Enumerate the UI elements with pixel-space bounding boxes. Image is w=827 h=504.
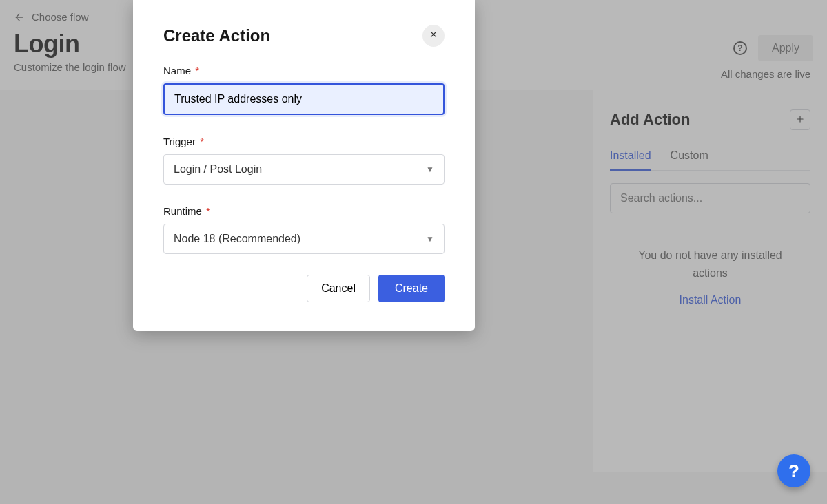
close-icon bbox=[429, 30, 438, 42]
create-button[interactable]: Create bbox=[378, 275, 445, 302]
trigger-value: Login / Post Login bbox=[174, 163, 262, 176]
question-icon: ? bbox=[788, 461, 799, 482]
runtime-field: Runtime * Node 18 (Recommended) ▼ bbox=[163, 205, 445, 254]
trigger-select[interactable]: Login / Post Login ▼ bbox=[163, 154, 445, 185]
name-label: Name * bbox=[163, 65, 445, 76]
chevron-down-icon: ▼ bbox=[426, 165, 434, 174]
chevron-down-icon: ▼ bbox=[426, 234, 434, 244]
close-button[interactable] bbox=[422, 25, 445, 47]
trigger-label: Trigger * bbox=[163, 136, 445, 147]
help-fab[interactable]: ? bbox=[777, 454, 810, 487]
required-mark: * bbox=[203, 205, 210, 217]
name-field: Name * bbox=[163, 65, 445, 115]
required-mark: * bbox=[197, 136, 204, 147]
modal-title: Create Action bbox=[163, 26, 270, 45]
trigger-field: Trigger * Login / Post Login ▼ bbox=[163, 136, 445, 185]
runtime-value: Node 18 (Recommended) bbox=[174, 233, 300, 245]
cancel-button[interactable]: Cancel bbox=[307, 275, 370, 302]
runtime-label: Runtime * bbox=[163, 205, 445, 217]
runtime-select[interactable]: Node 18 (Recommended) ▼ bbox=[163, 224, 445, 254]
name-input[interactable] bbox=[163, 83, 445, 115]
required-mark: * bbox=[192, 65, 199, 76]
create-action-modal: Create Action Name * Trigger * Login / P… bbox=[133, 0, 475, 331]
